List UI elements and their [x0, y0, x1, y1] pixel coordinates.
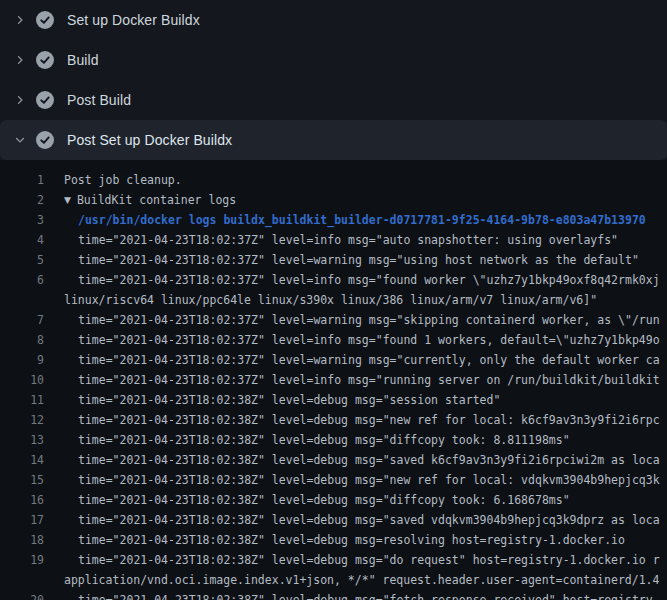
log-text: time="2021-04-23T18:02:38Z" level=debug … [78, 533, 625, 547]
log-text: time="2021-04-23T18:02:38Z" level=debug … [78, 433, 570, 447]
log-line-number[interactable]: 7 [0, 310, 44, 330]
check-circle-icon [36, 91, 54, 109]
log-line-number[interactable]: 11 [0, 390, 44, 410]
log-text: Post job cleanup. [64, 173, 182, 187]
log-text: /usr/bin/docker logs buildx_buildkit_bui… [78, 213, 646, 227]
log-line: 5 time="2021-04-23T18:02:37Z" level=warn… [0, 250, 667, 270]
log-text: time="2021-04-23T18:02:37Z" level=info m… [78, 273, 660, 287]
log-line-number[interactable]: 6 [0, 270, 44, 290]
log-line: 6 time="2021-04-23T18:02:37Z" level=info… [0, 270, 667, 290]
chevron-down-icon [12, 132, 27, 148]
log-line: 15 time="2021-04-23T18:02:38Z" level=deb… [0, 470, 667, 490]
log-line-number[interactable]: 2 [0, 190, 44, 210]
log-line: 7 time="2021-04-23T18:02:37Z" level=warn… [0, 310, 667, 330]
log-line-number[interactable]: 17 [0, 510, 44, 530]
step-row-build[interactable]: Build [0, 40, 667, 80]
log-text: time="2021-04-23T18:02:37Z" level=info m… [78, 373, 660, 387]
log-text: time="2021-04-23T18:02:38Z" level=debug … [78, 493, 570, 507]
check-circle-icon [36, 131, 54, 149]
log-line-number[interactable]: 13 [0, 430, 44, 450]
step-label: Post Set up Docker Buildx [67, 132, 232, 148]
log-text: time="2021-04-23T18:02:38Z" level=debug … [78, 393, 500, 407]
log-text: time="2021-04-23T18:02:38Z" level=debug … [78, 513, 660, 527]
log-line: 20 time="2021-04-23T18:02:38Z" level=deb… [0, 590, 667, 600]
check-circle-icon [36, 11, 54, 29]
log-line-number[interactable]: 10 [0, 370, 44, 390]
log-line-number[interactable]: 14 [0, 450, 44, 470]
log-line-number[interactable] [0, 570, 44, 590]
log-line: 17 time="2021-04-23T18:02:38Z" level=deb… [0, 510, 667, 530]
log-line-number[interactable]: 9 [0, 350, 44, 370]
log-text: time="2021-04-23T18:02:38Z" level=debug … [78, 453, 660, 467]
log-line: linux/riscv64 linux/ppc64le linux/s390x … [0, 290, 667, 310]
log-text: time="2021-04-23T18:02:37Z" level=info m… [78, 233, 618, 247]
log-text: time="2021-04-23T18:02:38Z" level=debug … [78, 593, 660, 600]
log-line-number[interactable] [0, 290, 44, 310]
log-text: linux/riscv64 linux/ppc64le linux/s390x … [64, 293, 597, 307]
log-output[interactable]: 1 Post job cleanup. 2 ▼BuildKit containe… [0, 160, 667, 600]
log-line: 19 time="2021-04-23T18:02:38Z" level=deb… [0, 550, 667, 570]
log-text: application/vnd.oci.image.index.v1+json,… [64, 573, 659, 587]
log-line-number[interactable]: 19 [0, 550, 44, 570]
log-line: 11 time="2021-04-23T18:02:38Z" level=deb… [0, 390, 667, 410]
log-line: 10 time="2021-04-23T18:02:37Z" level=inf… [0, 370, 667, 390]
log-line-number[interactable]: 12 [0, 410, 44, 430]
log-line-number[interactable]: 8 [0, 330, 44, 350]
step-label: Set up Docker Buildx [67, 12, 200, 28]
log-line-number[interactable]: 3 [0, 210, 44, 230]
log-text: time="2021-04-23T18:02:37Z" level=info m… [78, 333, 660, 347]
group-toggle-icon[interactable]: ▼ [64, 195, 71, 205]
log-text: BuildKit container logs [77, 193, 236, 207]
log-line-number[interactable]: 1 [0, 170, 44, 190]
log-line: 18 time="2021-04-23T18:02:38Z" level=deb… [0, 530, 667, 550]
log-line: 16 time="2021-04-23T18:02:38Z" level=deb… [0, 490, 667, 510]
log-line-number[interactable]: 20 [0, 590, 44, 600]
log-line-number[interactable]: 4 [0, 230, 44, 250]
chevron-right-icon [12, 92, 27, 108]
log-text: time="2021-04-23T18:02:38Z" level=debug … [78, 473, 660, 487]
log-line-number[interactable]: 16 [0, 490, 44, 510]
log-line: 9 time="2021-04-23T18:02:37Z" level=warn… [0, 350, 667, 370]
log-text: time="2021-04-23T18:02:38Z" level=debug … [78, 413, 660, 427]
log-text: time="2021-04-23T18:02:37Z" level=warnin… [78, 353, 660, 367]
log-line-number[interactable]: 15 [0, 470, 44, 490]
steps-list: Set up Docker Buildx Build Post Buil [0, 0, 667, 160]
log-line: 12 time="2021-04-23T18:02:38Z" level=deb… [0, 410, 667, 430]
log-line: 8 time="2021-04-23T18:02:37Z" level=info… [0, 330, 667, 350]
log-line-number[interactable]: 5 [0, 250, 44, 270]
log-line: application/vnd.oci.image.index.v1+json,… [0, 570, 667, 590]
log-line: 1 Post job cleanup. [0, 170, 667, 190]
log-line: 13 time="2021-04-23T18:02:38Z" level=deb… [0, 430, 667, 450]
step-row-post-set-up-docker-buildx[interactable]: Post Set up Docker Buildx [0, 120, 667, 160]
log-text: time="2021-04-23T18:02:37Z" level=warnin… [78, 253, 639, 267]
actions-log-viewer: Set up Docker Buildx Build Post Buil [0, 0, 667, 600]
log-line: 14 time="2021-04-23T18:02:38Z" level=deb… [0, 450, 667, 470]
chevron-right-icon [12, 12, 27, 28]
log-line: 4 time="2021-04-23T18:02:37Z" level=info… [0, 230, 667, 250]
chevron-right-icon [12, 52, 27, 68]
step-row-post-build[interactable]: Post Build [0, 80, 667, 120]
log-text: time="2021-04-23T18:02:37Z" level=warnin… [78, 313, 660, 327]
step-label: Build [67, 52, 99, 68]
step-row-set-up-docker-buildx[interactable]: Set up Docker Buildx [0, 0, 667, 40]
log-line: 3 /usr/bin/docker logs buildx_buildkit_b… [0, 210, 667, 230]
log-line-number[interactable]: 18 [0, 530, 44, 550]
check-circle-icon [36, 51, 54, 69]
step-label: Post Build [67, 92, 131, 108]
log-text: time="2021-04-23T18:02:38Z" level=debug … [78, 553, 660, 567]
log-line: 2 ▼BuildKit container logs [0, 190, 667, 210]
